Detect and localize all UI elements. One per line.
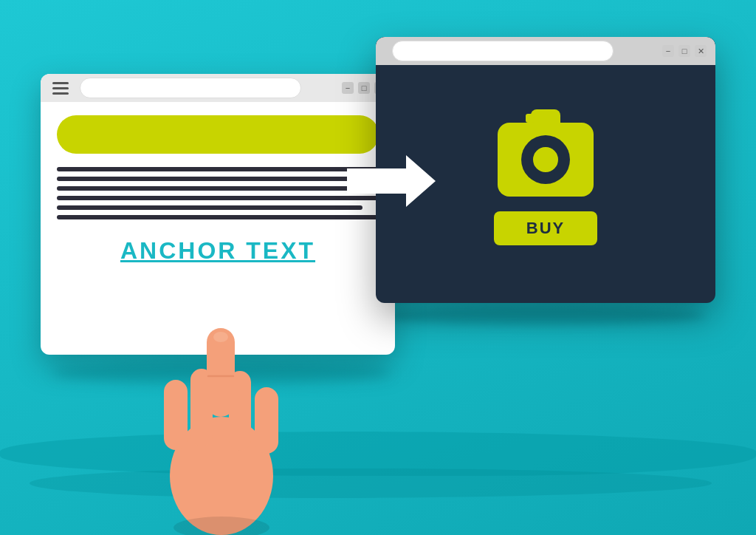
- arrow-container: [347, 155, 436, 210]
- anchor-text-label[interactable]: ANCHOR TEXT: [120, 237, 315, 264]
- svg-rect-5: [190, 369, 213, 446]
- camera-flash: [526, 114, 535, 123]
- maximize-button-right[interactable]: □: [678, 45, 690, 57]
- address-bar-right[interactable]: [392, 41, 614, 61]
- camera-body: [498, 123, 594, 197]
- svg-point-8: [213, 332, 228, 342]
- svg-rect-3: [164, 380, 188, 450]
- hand-pointer-container: [148, 328, 295, 535]
- right-arrow-icon: [347, 155, 436, 207]
- camera-icon: [498, 123, 594, 197]
- browser-left-content: ANCHOR TEXT: [41, 102, 395, 278]
- content-line-2: [57, 177, 379, 181]
- titlebar-right-left-section: [385, 41, 658, 61]
- minimize-button-right[interactable]: −: [662, 45, 674, 57]
- browser-left-window: − □ ✕ ANCHOR TEXT: [41, 74, 395, 355]
- buy-button[interactable]: BUY: [494, 211, 597, 245]
- browser-right-titlebar: − □ ✕: [376, 37, 715, 65]
- svg-rect-6: [229, 371, 251, 451]
- hamburger-line-3: [52, 92, 69, 95]
- content-line-5: [57, 205, 362, 210]
- minimize-button-left[interactable]: −: [342, 82, 354, 94]
- content-line-4: [57, 196, 379, 200]
- camera-bump: [531, 109, 560, 124]
- anchor-text-container: ANCHOR TEXT: [57, 234, 379, 265]
- content-line-6: [57, 215, 379, 219]
- svg-rect-4: [255, 387, 278, 454]
- content-line-3: [57, 186, 379, 191]
- camera-lens-inner: [529, 143, 562, 176]
- hamburger-line-1: [52, 82, 69, 84]
- content-line-1: [57, 167, 379, 171]
- close-button-right[interactable]: ✕: [695, 45, 707, 57]
- svg-marker-0: [347, 155, 436, 207]
- browser-right-shadow: [379, 307, 704, 325]
- hamburger-icon: [52, 82, 69, 95]
- hamburger-line-2: [52, 87, 69, 89]
- pill-button[interactable]: [57, 115, 379, 154]
- titlebar-left-section: [49, 78, 337, 98]
- pointer-hand-icon: [148, 328, 295, 535]
- camera-lens-outer: [521, 135, 570, 184]
- address-bar-left[interactable]: [80, 78, 301, 98]
- browser-left-titlebar: − □ ✕: [41, 74, 395, 102]
- content-lines-group: [57, 167, 379, 219]
- maximize-button-left[interactable]: □: [358, 82, 370, 94]
